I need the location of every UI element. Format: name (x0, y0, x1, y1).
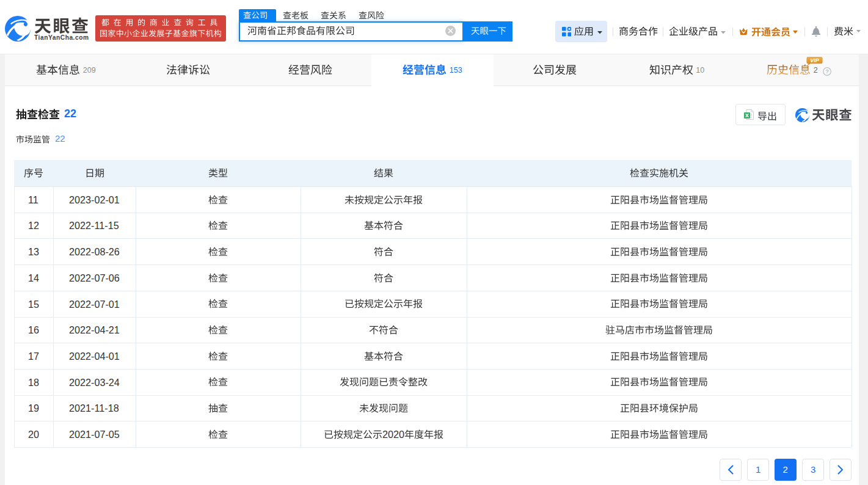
svg-text:?: ? (825, 68, 828, 75)
svg-text:VIP: VIP (810, 57, 819, 63)
